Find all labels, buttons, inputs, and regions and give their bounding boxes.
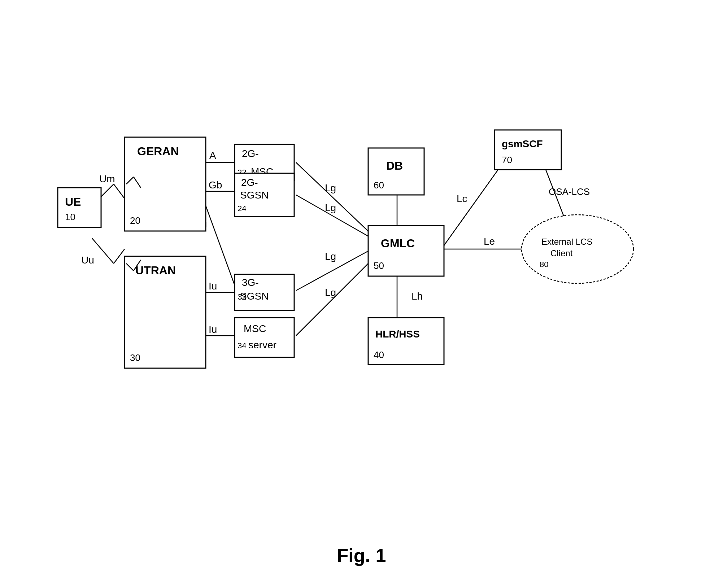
gsmscf-label: gsmSCF <box>502 138 543 149</box>
gmlc-label: GMLC <box>381 237 415 250</box>
utran-id: 30 <box>130 352 140 363</box>
le-label: Le <box>484 236 495 247</box>
a-label: A <box>209 150 216 161</box>
gsmscf-id: 70 <box>502 154 512 165</box>
ue-id: 10 <box>65 212 75 222</box>
svg-line-6 <box>206 206 235 285</box>
svg-line-2 <box>92 238 114 263</box>
um-label: Um <box>99 173 115 184</box>
osa-lcs-label: OSA-LCS <box>549 186 590 197</box>
network-diagram: Um Uu A Gb Iu Iu Iu Lg Lg Lg Lg <box>29 29 693 534</box>
mscserver-label1: MSC <box>244 323 266 334</box>
lg4-label: Lg <box>325 287 336 298</box>
db-label: DB <box>386 159 403 172</box>
external-lcs-ellipse <box>522 215 633 283</box>
msc2g-label1: 2G- <box>242 148 259 159</box>
gmlc-id: 50 <box>374 260 384 271</box>
svg-line-1 <box>114 184 125 199</box>
lh-label: Lh <box>411 291 423 302</box>
svg-line-15 <box>444 170 498 245</box>
svg-line-9 <box>296 162 372 235</box>
lg3-label: Lg <box>325 251 336 262</box>
iu-utran2-label: Iu <box>209 324 217 335</box>
sgsn2g-label2: SGSN <box>240 190 269 201</box>
lg2-label: Lg <box>325 202 336 213</box>
diagram-container: Um Uu A Gb Iu Iu Iu Lg Lg Lg Lg <box>29 29 693 534</box>
svg-line-3 <box>114 249 125 263</box>
sgsn2g-id: 24 <box>238 204 246 213</box>
svg-line-10 <box>296 195 372 238</box>
external-lcs-label1: External LCS <box>541 237 592 247</box>
sgsn3g-label1: 3G- <box>242 277 259 288</box>
geran-id: 20 <box>130 215 140 226</box>
gb-label: Gb <box>209 179 222 191</box>
external-lcs-id: 80 <box>540 260 548 269</box>
ue-label: UE <box>65 195 81 208</box>
sgsn2g-label1: 2G- <box>241 177 258 188</box>
lc-label: Lc <box>457 193 467 204</box>
uu-label: Uu <box>81 254 94 266</box>
mscserver-label2: server <box>248 339 276 350</box>
figure-label: Fig. 1 <box>337 545 386 566</box>
lg1-label: Lg <box>325 182 336 193</box>
external-lcs-label2: Client <box>550 248 573 258</box>
utran-label: UTRAN <box>135 264 176 277</box>
sgsn3g-id: 32 <box>238 292 246 301</box>
hlrhss-id: 40 <box>374 349 384 360</box>
db-id: 60 <box>374 180 384 191</box>
hlrhss-label: HLR/HSS <box>375 328 420 340</box>
mscserver-id: 34 <box>238 341 246 350</box>
iu-utran1-label: Iu <box>209 280 217 292</box>
geran-label: GERAN <box>137 145 179 158</box>
